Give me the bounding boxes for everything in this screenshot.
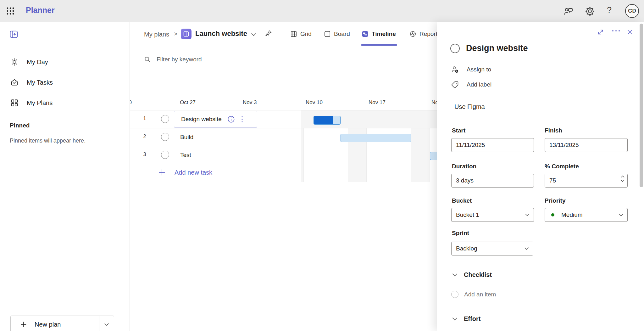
task-detail-panel: Design website Assign to <box>437 22 644 331</box>
pinned-section-header: Pinned <box>10 122 30 129</box>
sun-icon <box>10 58 19 66</box>
new-plan-menu-chevron[interactable] <box>99 323 114 326</box>
start-label: Start <box>452 127 465 134</box>
task-complete-circle[interactable] <box>161 133 169 141</box>
info-icon[interactable] <box>227 115 235 123</box>
tab-label: Report <box>419 31 437 37</box>
breadcrumb-my-plans[interactable]: My plans <box>144 31 169 38</box>
row-number: 3 <box>140 152 149 157</box>
duration-field[interactable] <box>451 174 534 188</box>
spinner-up-icon[interactable] <box>620 175 625 178</box>
row-divider <box>130 128 437 128</box>
bucket-value: Bucket 1 <box>456 211 479 218</box>
priority-dropdown[interactable]: Medium <box>545 208 628 222</box>
task-complete-circle[interactable] <box>450 44 460 53</box>
add-new-task-button[interactable]: Add new task <box>158 169 212 176</box>
panel-scrollbar[interactable] <box>640 24 643 187</box>
add-item-label: Add an item <box>464 291 496 298</box>
checklist-section-header[interactable]: Checklist <box>452 271 492 278</box>
top-bar: Planner ? GD <box>0 0 644 22</box>
start-date-input[interactable] <box>456 142 513 149</box>
start-date-field[interactable] <box>451 138 534 152</box>
gantt-bar-test[interactable] <box>430 152 437 160</box>
task-name[interactable]: Build <box>180 134 193 141</box>
percent-complete-field[interactable] <box>545 174 628 188</box>
search-icon <box>144 56 151 63</box>
add-label-label: Add label <box>467 81 491 88</box>
timeline-date: Nov 24 <box>431 99 437 106</box>
task-name-cell-selected[interactable]: Design website <box>174 111 257 127</box>
task-complete-circle[interactable] <box>161 115 169 123</box>
sidebar-item-label: My Tasks <box>27 79 53 86</box>
report-icon <box>409 31 416 37</box>
house-check-icon <box>10 78 19 87</box>
pin-icon[interactable] <box>264 30 272 37</box>
assign-to-button[interactable]: Assign to <box>451 65 491 74</box>
plan-title[interactable]: Launch website <box>195 30 247 38</box>
sidebar-item-my-day[interactable]: My Day <box>0 53 119 70</box>
timeline-icon <box>362 31 369 37</box>
chevron-down-icon <box>525 213 530 216</box>
finish-date-input[interactable] <box>549 142 606 149</box>
sidebar-item-my-plans[interactable]: My Plans <box>0 94 119 111</box>
chevron-down-icon <box>524 247 529 250</box>
gantt-bar-build[interactable] <box>341 134 411 142</box>
task-name[interactable]: Test <box>180 152 191 159</box>
close-icon[interactable] <box>626 28 634 36</box>
help-icon[interactable]: ? <box>607 5 612 15</box>
grid-icon <box>290 31 297 37</box>
collapse-panel-icon[interactable] <box>10 31 18 38</box>
percent-complete-label: % Complete <box>545 163 579 170</box>
effort-section-header[interactable]: Effort <box>452 315 480 323</box>
finish-date-field[interactable] <box>545 138 628 152</box>
sprint-value: Backlog <box>456 245 477 252</box>
timeline-date: Oct 27 <box>180 99 196 106</box>
sidebar: My Day My Tasks My Plans P <box>0 22 130 331</box>
sprint-dropdown[interactable]: Backlog <box>451 242 533 255</box>
add-label-button[interactable]: Add label <box>451 81 491 89</box>
avatar[interactable]: GD <box>625 4 639 18</box>
app-title[interactable]: Planner <box>26 6 55 15</box>
effort-label: Effort <box>464 315 480 323</box>
spinner-down-icon[interactable] <box>620 179 625 182</box>
notes-field[interactable]: Use Figma <box>454 103 485 110</box>
kebab-menu-icon[interactable] <box>241 115 243 123</box>
chevron-down-icon <box>619 213 624 216</box>
row-divider <box>130 110 437 110</box>
finish-label: Finish <box>545 127 562 134</box>
duration-input[interactable] <box>456 177 513 184</box>
expand-panel-icon[interactable] <box>597 28 604 36</box>
task-name[interactable]: Design website <box>181 116 222 123</box>
add-new-task-label: Add new task <box>175 169 212 176</box>
feedback-icon[interactable] <box>564 6 574 16</box>
row-divider <box>130 146 437 146</box>
checklist-add-item[interactable]: Add an item <box>451 291 496 298</box>
timeline-date: Nov 3 <box>243 99 257 106</box>
bucket-dropdown[interactable]: Bucket 1 <box>451 208 534 222</box>
tab-label: Timeline <box>372 31 396 37</box>
board-icon <box>324 31 331 37</box>
timeline-date: Oct 20 <box>130 99 132 106</box>
sidebar-item-my-tasks[interactable]: My Tasks <box>0 74 119 91</box>
pinned-empty-text: Pinned items will appear here. <box>10 137 86 144</box>
task-title[interactable]: Design website <box>466 43 528 53</box>
tab-board[interactable]: Board <box>324 31 350 37</box>
timeline-date: Nov 17 <box>369 99 386 106</box>
settings-gear-icon[interactable] <box>585 6 595 16</box>
tab-report[interactable]: Report <box>409 31 437 37</box>
waffle-icon[interactable] <box>6 6 16 16</box>
more-options-icon[interactable] <box>612 30 620 32</box>
chevron-down-icon <box>452 273 458 277</box>
tab-timeline[interactable]: Timeline <box>362 31 396 37</box>
gantt-bar-design-website[interactable] <box>314 116 341 125</box>
percent-complete-input[interactable] <box>549 177 597 184</box>
task-complete-circle[interactable] <box>161 151 169 159</box>
new-plan-button[interactable]: New plan <box>10 316 114 331</box>
filter-field[interactable] <box>144 53 269 66</box>
tab-grid[interactable]: Grid <box>290 31 312 37</box>
person-add-icon <box>451 65 459 74</box>
checklist-item-circle-icon <box>451 291 458 298</box>
row-number: 2 <box>140 134 149 139</box>
filter-input[interactable] <box>157 56 260 63</box>
plan-switcher-chevron-icon[interactable] <box>251 32 257 36</box>
